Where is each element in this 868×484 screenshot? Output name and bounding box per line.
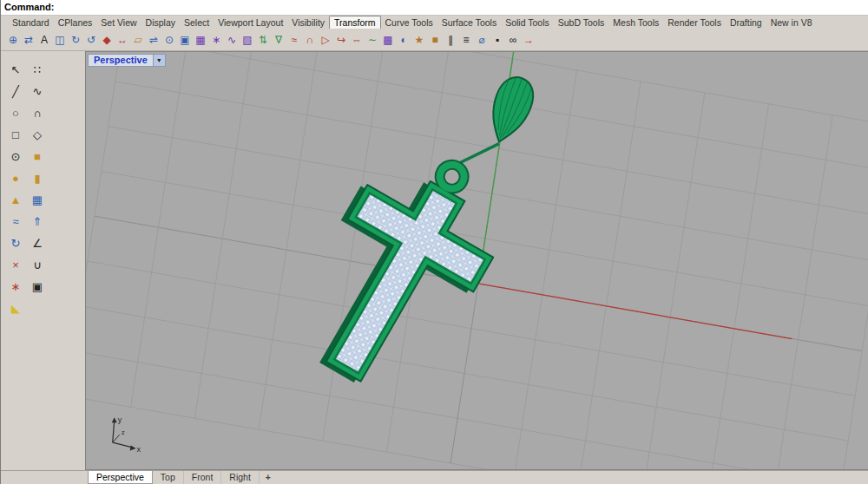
gumball-icon[interactable]: ⌀ <box>474 30 490 49</box>
grid-line <box>323 52 385 441</box>
rotate-3d-icon[interactable]: ↺ <box>83 30 99 49</box>
viewport-tab-bar: PerspectiveTopFrontRight+ <box>1 470 868 484</box>
ellipse-icon[interactable]: ⊙ <box>5 147 26 167</box>
menu-tab-viewport-layout[interactable]: Viewport Layout <box>214 16 287 29</box>
menu-tab-render-tools[interactable]: Render Tools <box>663 16 726 29</box>
flow-along-curve-icon[interactable]: ↪ <box>333 30 349 49</box>
cone-icon[interactable]: ▲ <box>5 190 26 211</box>
join-icon[interactable]: ∪ <box>27 255 48 276</box>
menu-tab-visibility[interactable]: Visibility <box>287 16 329 29</box>
loft-icon[interactable]: ≈ <box>5 212 26 232</box>
distribute-icon[interactable]: ≡ <box>458 30 474 49</box>
control-points-icon[interactable]: ∷ <box>27 60 48 81</box>
remap-cplane-icon[interactable]: ▣ <box>177 30 193 49</box>
rectangle-icon[interactable]: □ <box>5 125 26 146</box>
menu-tab-drafting[interactable]: Drafting <box>726 16 766 29</box>
viewport-tab-top[interactable]: Top <box>153 471 184 484</box>
menu-tab-surface-tools[interactable]: Surface Tools <box>437 16 501 29</box>
revolve-icon[interactable]: ↻ <box>5 233 26 254</box>
box-edit-icon[interactable]: ■ <box>427 30 443 49</box>
group-icon[interactable]: ▣ <box>27 277 48 298</box>
trim-icon[interactable]: × <box>5 255 26 276</box>
viewport-canvas[interactable]: y x z <box>86 52 868 469</box>
rotate-icon[interactable]: ↻ <box>68 30 83 49</box>
stretch-icon[interactable]: ⇔ <box>349 30 365 49</box>
x-arrowhead <box>130 446 136 451</box>
menu-tab-new-in-v8[interactable]: New in V8 <box>766 16 817 29</box>
bail-stem <box>457 144 499 165</box>
rhino-window: Command: StandardCPlanesSet ViewDisplayS… <box>0 0 868 484</box>
grid-line <box>131 52 194 407</box>
viewport-tab-perspective[interactable]: Perspective <box>88 471 153 484</box>
cone-solid-icon[interactable]: ◣ <box>5 298 26 319</box>
bail[interactable] <box>482 72 539 147</box>
menu-tab-standard[interactable]: Standard <box>8 16 54 29</box>
move-icon[interactable]: ⊕ <box>5 30 21 49</box>
polygon-icon[interactable]: ◇ <box>27 125 48 146</box>
array-rectangular-icon[interactable]: ▦ <box>193 30 208 49</box>
scale-1d-icon[interactable]: ↔ <box>115 30 130 49</box>
viewport-tab-front[interactable]: Front <box>184 471 222 484</box>
select-cursor-icon[interactable]: ↖ <box>5 60 26 81</box>
menu-tab-transform[interactable]: Transform <box>329 16 380 29</box>
smooth-icon[interactable]: ∼ <box>365 30 380 49</box>
menu-tab-mesh-tools[interactable]: Mesh Tools <box>608 16 663 29</box>
shear-icon[interactable]: ▱ <box>130 30 146 49</box>
extrude-icon[interactable]: ⇑ <box>27 212 48 232</box>
viewport-tab-right[interactable]: Right <box>221 471 260 484</box>
orient-on-surface-icon[interactable]: ⊙ <box>161 30 177 49</box>
perspective-viewport[interactable]: y x z Perspective ▼ <box>85 51 868 470</box>
chevron-down-icon[interactable]: ▼ <box>154 54 166 67</box>
mirror-icon[interactable]: ◫ <box>52 30 68 49</box>
command-input-bar[interactable]: Command: <box>1 0 868 16</box>
annotate-text-icon[interactable]: A <box>36 30 52 49</box>
menu-tab-subd-tools[interactable]: SubD Tools <box>554 16 609 29</box>
fillet-icon[interactable]: ∠ <box>27 233 48 254</box>
pan-tabs-icon[interactable]: + <box>260 471 277 484</box>
y-arrowhead <box>112 417 117 422</box>
surface-icon[interactable]: ▦ <box>27 190 48 211</box>
record-history-icon[interactable]: ∞ <box>505 30 521 49</box>
array-polar-icon[interactable]: ∗ <box>208 30 224 49</box>
line-icon[interactable]: ╱ <box>5 82 26 102</box>
macro-icon[interactable]: → <box>521 30 536 49</box>
grid-line <box>579 82 641 469</box>
copy-icon[interactable]: ⇄ <box>21 30 36 49</box>
align-icon[interactable]: ∥ <box>443 30 458 49</box>
menu-tab-select[interactable]: Select <box>180 16 214 29</box>
menu-tab-curve-tools[interactable]: Curve Tools <box>381 16 437 29</box>
taper-icon[interactable]: ▷ <box>318 30 333 49</box>
menu-tab-set-view[interactable]: Set View <box>96 16 141 29</box>
menu-tab-cplanes[interactable]: CPlanes <box>54 16 97 29</box>
splop-icon[interactable]: ★ <box>411 30 427 49</box>
command-label: Command: <box>4 2 54 12</box>
snap-toggle-icon[interactable]: ▪ <box>490 30 505 49</box>
viewport-title[interactable]: Perspective ▼ <box>88 54 166 67</box>
cross-pendant[interactable] <box>274 129 524 412</box>
maelstrom-icon[interactable]: ◐ <box>396 30 411 49</box>
grid-line <box>834 127 868 469</box>
bend-icon[interactable]: ∩ <box>302 30 318 49</box>
grid-line <box>86 52 129 396</box>
gizmo-x-label: x <box>137 445 141 454</box>
curve-icon[interactable]: ∿ <box>27 82 48 102</box>
array-on-surface-icon[interactable]: ▧ <box>240 30 255 49</box>
scale-icon[interactable]: ◆ <box>99 30 115 49</box>
array-along-curve-icon[interactable]: ∿ <box>224 30 240 49</box>
menu-tab-solid-tools[interactable]: Solid Tools <box>501 16 554 29</box>
gizmo-y-label: y <box>118 415 122 424</box>
cylinder-icon[interactable]: ▮ <box>27 168 48 189</box>
project-icon[interactable]: ∇ <box>271 30 286 49</box>
cage-edit-icon[interactable]: ▩ <box>380 30 396 49</box>
twist-icon[interactable]: ≈ <box>286 30 302 49</box>
menu-tab-display[interactable]: Display <box>141 16 180 29</box>
orient-icon[interactable]: ⇌ <box>146 30 161 49</box>
sphere-icon[interactable]: ● <box>5 168 26 189</box>
arc-icon[interactable]: ∩ <box>27 103 48 124</box>
x-axis <box>478 284 792 339</box>
box-icon[interactable]: ■ <box>27 147 48 167</box>
set-points-icon[interactable]: ⇅ <box>255 30 271 49</box>
grid-line <box>771 115 833 469</box>
circle-icon[interactable]: ○ <box>5 103 26 124</box>
explode-icon[interactable]: ∗ <box>5 277 26 298</box>
